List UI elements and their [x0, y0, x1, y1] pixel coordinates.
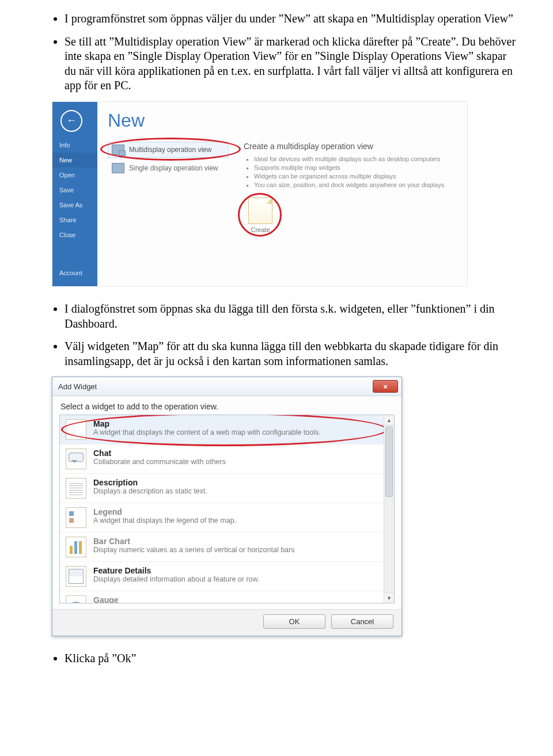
- screenshot-add-widget: Add Widget × Select a widget to add to t…: [52, 377, 402, 636]
- widget-desc: Collaborate and communicate with others: [93, 458, 226, 467]
- page-title-new: New: [108, 110, 457, 131]
- widget-desc: Displays detailed information about a fe…: [93, 575, 259, 584]
- widget-name: Feature Details: [93, 566, 259, 575]
- doc-para-3: I dialogfönstret som öppnas ska du lägga…: [65, 302, 518, 331]
- template-multidisplay-label: Multidisplay operation view: [129, 146, 211, 154]
- create-label: Create: [244, 226, 277, 233]
- widget-name: Legend: [93, 507, 236, 516]
- widget-item-map[interactable]: MapA widget that displays the content of…: [60, 415, 394, 445]
- widget-desc: A widget that displays the legend of the…: [93, 516, 236, 526]
- doc-para-2: Se till att ”Multidisplay operation View…: [65, 35, 518, 93]
- nav-info[interactable]: Info: [52, 138, 97, 153]
- widget-item-gauge[interactable]: Gauge: [60, 591, 394, 603]
- desc-bullet: You can size, position, and dock widgets…: [254, 181, 457, 188]
- wi-feat-icon: [66, 566, 86, 587]
- dialog-button-row: OK Cancel: [52, 609, 402, 636]
- scroll-down-icon[interactable]: ▼: [384, 592, 394, 603]
- backstage-nav: ← Info New Open Save Save As Share Close…: [52, 102, 97, 286]
- scroll-up-icon[interactable]: ▲: [384, 415, 394, 426]
- dialog-prompt: Select a widget to add to the operation …: [52, 396, 402, 415]
- wi-desc-icon: [66, 478, 86, 499]
- widget-desc: Display numeric values as a series of ve…: [93, 546, 294, 555]
- wi-chat-icon: [66, 449, 86, 469]
- cancel-button[interactable]: Cancel: [331, 614, 393, 629]
- widget-item-feature-details[interactable]: Feature DetailsDisplays detailed informa…: [60, 562, 394, 591]
- desc-bullet: Widgets can be organized across multiple…: [254, 173, 457, 180]
- desc-heading: Create a multidisplay operation view: [244, 142, 457, 151]
- widget-item-legend[interactable]: LegendA widget that displays the legend …: [60, 503, 394, 533]
- template-multidisplay[interactable]: Multidisplay operation view: [108, 142, 229, 158]
- scroll-thumb[interactable]: [385, 427, 393, 497]
- template-list: Multidisplay operation view Single displ…: [108, 142, 229, 233]
- screenshot-new-view: ← Info New Open Save Save As Share Close…: [52, 101, 468, 287]
- widget-list: MapA widget that displays the content of…: [59, 415, 395, 603]
- nav-save-as[interactable]: Save As: [52, 197, 97, 212]
- doc-para-1: I programfönstret som öppnas väljer du u…: [65, 12, 518, 26]
- singledisplay-icon: [112, 163, 124, 173]
- widget-item-chat[interactable]: ChatCollaborate and communicate with oth…: [60, 445, 394, 474]
- doc-para-2a: Se till att ”Multidisplay operation View…: [65, 35, 459, 48]
- nav-share[interactable]: Share: [52, 212, 97, 227]
- dialog-titlebar: Add Widget ×: [52, 377, 402, 396]
- wi-legend-icon: [66, 507, 86, 528]
- wi-gauge-icon: [66, 595, 86, 603]
- widget-name: Chat: [93, 449, 226, 458]
- template-singledisplay[interactable]: Single display operation view: [108, 160, 229, 176]
- doc-para-4: Välj widgeten ”Map” för att du ska kunna…: [65, 339, 518, 368]
- widget-name: Gauge: [93, 595, 119, 603]
- widget-name: Map: [93, 419, 321, 428]
- desc-bullet: Supports multiple map widgets: [254, 164, 457, 171]
- create-button[interactable]: Create: [244, 197, 277, 233]
- desc-bullet: Ideal for devices with multiple displays…: [254, 155, 457, 162]
- doc-para-5: Klicka på ”Ok”: [65, 651, 518, 666]
- nav-open[interactable]: Open: [52, 168, 97, 183]
- close-button[interactable]: ×: [373, 380, 398, 393]
- nav-save[interactable]: Save: [52, 183, 97, 197]
- multidisplay-icon: [112, 145, 124, 155]
- widget-item-bar-chart[interactable]: Bar ChartDisplay numeric values as a ser…: [60, 533, 394, 562]
- dialog-title: Add Widget: [58, 382, 97, 391]
- template-description: Create a multidisplay operation view Ide…: [244, 142, 457, 233]
- widget-desc: A widget that displays the content of a …: [93, 428, 321, 438]
- widget-name: Bar Chart: [93, 537, 294, 546]
- widget-name: Description: [93, 478, 207, 487]
- ok-button[interactable]: OK: [263, 614, 325, 629]
- wi-map-icon: [66, 419, 86, 440]
- nav-close[interactable]: Close: [52, 227, 97, 242]
- template-singledisplay-label: Single display operation view: [129, 164, 218, 172]
- scrollbar[interactable]: ▲ ▼: [384, 415, 394, 603]
- widget-desc: Displays a description as static text.: [93, 487, 207, 496]
- widget-item-description[interactable]: DescriptionDisplays a description as sta…: [60, 474, 394, 503]
- wi-bar-icon: [66, 537, 86, 557]
- create-icon: [248, 197, 272, 224]
- back-button[interactable]: ←: [60, 110, 82, 132]
- nav-account[interactable]: Account: [52, 265, 97, 280]
- nav-new[interactable]: New: [52, 153, 97, 168]
